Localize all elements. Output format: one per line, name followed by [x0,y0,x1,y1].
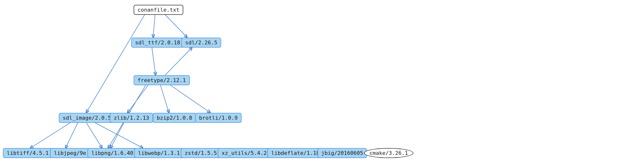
node-libpng: libpng/1.6.40 [88,148,137,158]
node-brotli: brotli/1.0.9 [195,113,242,123]
node-zstd: zstd/1.5.5 [181,148,221,158]
node-sdl: sdl/2.26.5 [181,38,221,48]
edge [160,85,169,113]
node-bzip2: bzip2/1.0.8 [153,113,196,123]
edge [170,85,210,113]
node-sdl-image: sdl_image/2.0.5 [59,113,115,123]
edge [153,15,155,37]
edge [165,48,192,75]
node-libwebp: libwebp/1.3.1 [134,148,184,158]
node-jbig: jbig/20160605 [318,148,367,158]
node-cmake: cmake/3.26.1 [364,148,414,158]
edge [95,123,143,148]
edge [30,123,70,148]
edge [86,15,144,113]
edge [165,15,187,37]
edge [110,123,124,148]
node-freetype: freetype/2.12.1 [134,75,190,85]
node-sdl-ttf: sdl_ttf/2.0.18 [131,38,184,48]
node-libdeflate: libdeflate/1.18 [267,148,324,158]
node-zlib: zlib/1.2.13 [110,113,153,123]
edge [86,123,102,148]
node-conanfile: conanfile.txt [134,5,183,15]
node-xz-utils: xz_utils/5.4.2 [218,148,270,158]
edge-layer [0,0,644,167]
edge [152,47,156,75]
node-libtiff: libtiff/4.5.1 [3,148,52,158]
node-libjpeg: libjpeg/9e [50,148,90,158]
edge [128,85,148,113]
edge [66,123,78,148]
